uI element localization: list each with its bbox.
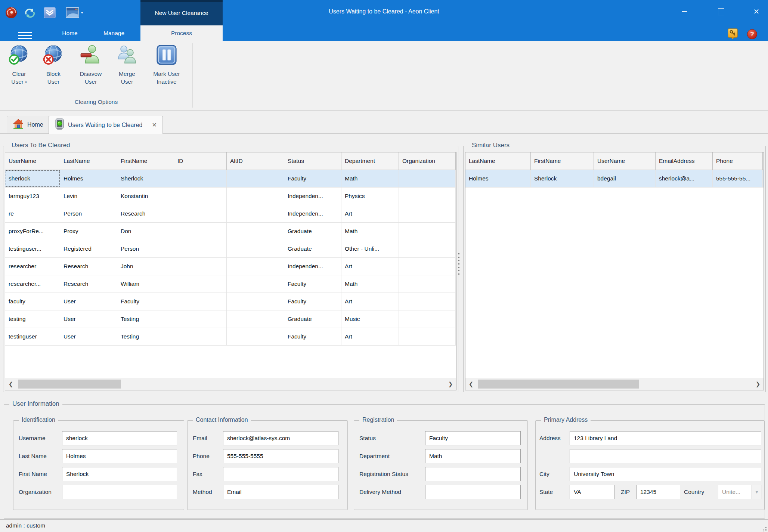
grid-cell[interactable]: Graduate <box>284 223 341 240</box>
grid-cell[interactable] <box>399 258 456 275</box>
grid-cell[interactable]: Research <box>117 205 174 222</box>
table-row[interactable]: researcherResearchJohnIndependen...Art <box>5 258 456 275</box>
column-header-id[interactable]: ID <box>174 152 227 170</box>
grid-cell[interactable]: Faculty <box>284 170 341 187</box>
grid-cell[interactable]: Don <box>117 223 174 240</box>
grid-cell[interactable]: testinguser... <box>5 240 60 257</box>
grid-cell[interactable]: bdegail <box>594 170 656 187</box>
column-header-username[interactable]: UserName <box>594 152 656 170</box>
grid-cell[interactable]: Person <box>117 240 174 257</box>
last-name-input[interactable]: Holmes <box>62 449 177 463</box>
grid-cell[interactable]: Art <box>341 258 399 275</box>
grid-cell[interactable]: Art <box>341 328 399 345</box>
grid-cell[interactable]: testinguser <box>5 328 60 345</box>
grid-cell[interactable] <box>399 240 456 257</box>
username-input[interactable]: sherlock <box>62 431 177 445</box>
state-input[interactable]: VA <box>570 485 614 499</box>
grid-cell[interactable]: Graduate <box>284 240 341 257</box>
doc-tab-close-icon[interactable]: ✕ <box>152 121 157 129</box>
grid-cell[interactable] <box>174 223 227 240</box>
grid-cell[interactable]: Faculty <box>117 293 174 310</box>
grid-cell[interactable]: Holmes <box>465 170 531 187</box>
grid-cell[interactable]: sherlock@a... <box>656 170 713 187</box>
column-header-lastname[interactable]: LastName <box>60 152 117 170</box>
column-header-username[interactable]: UserName <box>5 152 60 170</box>
grid-cell[interactable] <box>174 275 227 293</box>
grid-cell[interactable]: researcher <box>5 258 60 275</box>
column-header-firstname[interactable]: FirstName <box>531 152 594 170</box>
qat-dropdown-caret[interactable]: ▾ <box>81 10 83 15</box>
grid-splitter-handle[interactable] <box>458 253 459 276</box>
grid-cell[interactable]: Music <box>341 310 399 328</box>
column-header-phone[interactable]: Phone <box>713 152 763 170</box>
similar-scroll-thumb[interactable] <box>478 380 639 389</box>
grid-cell[interactable]: researcher... <box>5 275 60 293</box>
minimize-button[interactable] <box>673 2 695 21</box>
grid-cell[interactable]: Math <box>341 170 399 187</box>
table-row[interactable]: proxyForRe...ProxyDonGraduateMath <box>5 223 456 240</box>
grid-cell[interactable]: John <box>117 258 174 275</box>
grid-cell[interactable]: Graduate <box>284 310 341 328</box>
zip-input[interactable]: 12345 <box>636 485 680 499</box>
grid-cell[interactable]: Research <box>60 275 117 293</box>
department-input[interactable]: Math <box>425 449 521 463</box>
grid-cell[interactable]: Independen... <box>284 188 341 205</box>
scroll-left-icon[interactable]: ❮ <box>465 378 477 390</box>
close-button[interactable]: ✕ <box>746 2 767 21</box>
grid-cell[interactable] <box>174 188 227 205</box>
grid-cell[interactable] <box>399 328 456 345</box>
grid-cell[interactable]: Person <box>60 205 117 222</box>
grid-cell[interactable] <box>227 310 284 328</box>
table-row[interactable]: sherlockHolmesSherlockFacultyMath <box>5 170 456 188</box>
grid-cell[interactable]: Other - Unli... <box>341 240 399 257</box>
country-select[interactable]: Unite... ▼ <box>718 485 762 499</box>
grid-cell[interactable] <box>227 170 284 187</box>
grid-cell[interactable] <box>227 205 284 222</box>
doc-tab-users-waiting[interactable]: Users Waiting to be Cleared ✕ <box>49 116 163 134</box>
grid-cell[interactable]: 555-555-55... <box>713 170 763 187</box>
disavow-user-button[interactable]: Disavow User <box>75 44 107 100</box>
grid-cell[interactable] <box>399 170 456 187</box>
block-user-button[interactable]: Block User <box>40 44 66 100</box>
window-style-icon[interactable] <box>66 7 79 20</box>
grid-cell[interactable]: Faculty <box>284 328 341 345</box>
users-scroll-thumb[interactable] <box>18 380 121 389</box>
grid-cell[interactable]: William <box>117 275 174 293</box>
grid-cell[interactable]: Proxy <box>60 223 117 240</box>
grid-cell[interactable]: sherlock <box>5 170 60 187</box>
grid-cell[interactable]: faculty <box>5 293 60 310</box>
address1-input[interactable]: 123 Library Land <box>570 431 761 445</box>
table-row[interactable]: researcher...ResearchWilliamFacultyMath <box>5 275 456 293</box>
column-header-status[interactable]: Status <box>284 152 341 170</box>
grid-cell[interactable]: re <box>5 205 60 222</box>
grid-cell[interactable] <box>174 293 227 310</box>
help-icon[interactable]: ? <box>747 29 757 39</box>
grid-cell[interactable]: proxyForRe... <box>5 223 60 240</box>
grid-cell[interactable]: Registered <box>60 240 117 257</box>
tab-process[interactable]: Process <box>140 25 223 41</box>
grid-cell[interactable] <box>399 188 456 205</box>
grid-cell[interactable]: Physics <box>341 188 399 205</box>
column-header-altid[interactable]: AltID <box>227 152 284 170</box>
grid-cell[interactable]: Art <box>341 205 399 222</box>
grid-cell[interactable] <box>174 258 227 275</box>
hamburger-menu-button[interactable] <box>18 32 32 39</box>
grid-cell[interactable] <box>227 293 284 310</box>
table-row[interactable]: testinguser...RegisteredPersonGraduateOt… <box>5 240 456 258</box>
table-row[interactable]: facultyUserFacultyFacultyArt <box>5 293 456 310</box>
first-name-input[interactable]: Sherlock <box>62 467 177 481</box>
grid-cell[interactable] <box>399 293 456 310</box>
column-header-department[interactable]: Department <box>341 152 399 170</box>
grid-cell[interactable]: Faculty <box>284 293 341 310</box>
doc-tab-home[interactable]: Home <box>7 116 49 133</box>
table-row[interactable]: HolmesSherlockbdegailsherlock@a...555-55… <box>465 170 764 188</box>
registration-status-input[interactable] <box>425 467 521 481</box>
grid-cell[interactable]: Holmes <box>60 170 117 187</box>
email-input[interactable]: sherlock@atlas-sys.com <box>223 431 338 445</box>
clear-user-button[interactable]: Clear User ▾ <box>6 44 32 100</box>
column-header-organization[interactable]: Organization <box>399 152 456 170</box>
key-icon[interactable] <box>728 28 738 41</box>
grid-cell[interactable]: Konstantin <box>117 188 174 205</box>
grid-cell[interactable]: Testing <box>117 310 174 328</box>
mark-user-inactive-button[interactable]: Mark User Inactive <box>146 44 187 100</box>
